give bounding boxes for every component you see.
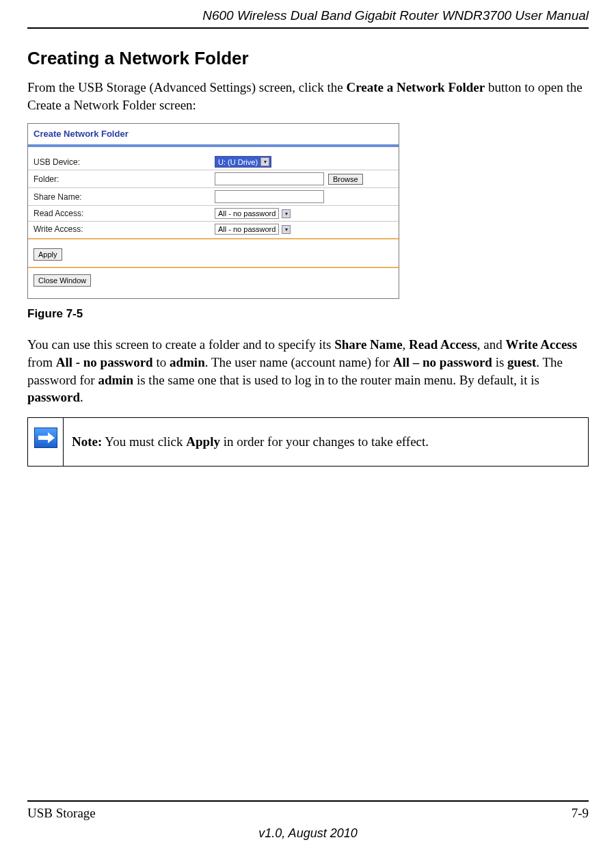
note-box: Note: You must click Apply in order for … xyxy=(27,417,589,467)
select-read-access[interactable]: All - no password ▾ xyxy=(215,208,291,219)
row-folder: Folder: Browse xyxy=(28,170,399,188)
label-usb-device: USB Device: xyxy=(34,157,215,167)
intro-bold: Create a Network Folder xyxy=(346,80,485,94)
row-write-access: Write Access: All - no password ▾ xyxy=(28,222,399,237)
note-icon-cell xyxy=(28,418,64,466)
note-bold: Note: xyxy=(72,434,102,449)
orange-separator xyxy=(28,267,399,268)
note-arrow-icon xyxy=(34,428,57,448)
footer-version: v1.0, August 2010 xyxy=(27,826,589,841)
browse-button[interactable]: Browse xyxy=(328,174,363,185)
select-write-access[interactable]: All - no password ▾ xyxy=(215,224,291,235)
select-usb-device[interactable]: U: (U Drive) ▾ xyxy=(215,156,271,168)
figure-caption: Figure 7-5 xyxy=(27,307,589,321)
apply-button[interactable]: Apply xyxy=(34,248,62,261)
row-read-access: Read Access: All - no password ▾ xyxy=(28,206,399,222)
select-write-access-value: All - no password xyxy=(215,224,279,235)
label-write-access: Write Access: xyxy=(34,224,215,234)
intro-pre: From the USB Storage (Advanced Settings)… xyxy=(27,80,346,94)
footer-section-title: USB Storage xyxy=(27,806,96,821)
intro-paragraph: From the USB Storage (Advanced Settings)… xyxy=(27,79,589,114)
orange-separator xyxy=(28,238,399,239)
figure-screenshot: Create Network Folder USB Device: U: (U … xyxy=(27,123,399,299)
paragraph-2: You can use this screen to create a fold… xyxy=(27,336,589,406)
header-title: N600 Wireless Dual Band Gigabit Router W… xyxy=(27,8,589,27)
blue-separator xyxy=(28,144,399,147)
label-read-access: Read Access: xyxy=(34,209,215,218)
chevron-down-icon[interactable]: ▾ xyxy=(282,225,291,234)
select-read-access-value: All - no password xyxy=(215,208,279,219)
section-heading: Creating a Network Folder xyxy=(27,48,589,69)
chevron-down-icon[interactable]: ▾ xyxy=(282,209,291,218)
footer-rule xyxy=(27,800,589,802)
label-folder: Folder: xyxy=(34,174,215,184)
footer: USB Storage 7-9 v1.0, August 2010 xyxy=(27,800,589,841)
row-share-name: Share Name: xyxy=(28,188,399,206)
close-window-button[interactable]: Close Window xyxy=(34,274,91,287)
row-usb-device: USB Device: U: (U Drive) ▾ xyxy=(28,154,399,170)
select-usb-device-value: U: (U Drive) xyxy=(218,158,258,166)
input-folder[interactable] xyxy=(215,172,324,185)
panel-title: Create Network Folder xyxy=(28,129,399,142)
page-number: 7-9 xyxy=(572,806,589,821)
chevron-down-icon[interactable]: ▾ xyxy=(260,157,269,166)
label-share-name: Share Name: xyxy=(34,192,215,202)
header-rule xyxy=(27,27,589,29)
input-share-name[interactable] xyxy=(215,190,324,203)
note-text: Note: You must click Apply in order for … xyxy=(64,418,437,466)
